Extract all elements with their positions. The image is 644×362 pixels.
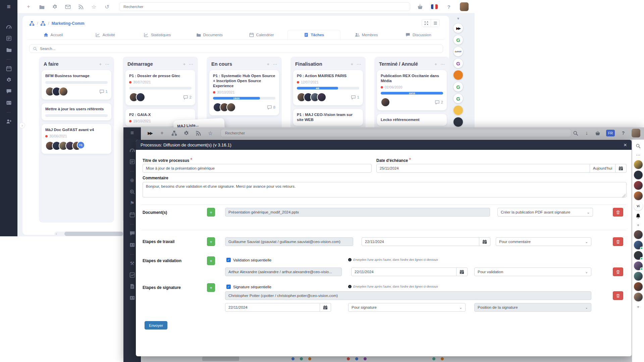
column-more-icon[interactable]: ⋯ <box>357 62 361 67</box>
rss-icon[interactable] <box>78 4 84 10</box>
sidebar-group-dots-icon[interactable]: ⋯ <box>7 110 11 115</box>
rail-more-icon[interactable]: ⋯ <box>634 151 643 159</box>
rail-avatar[interactable] <box>634 272 643 281</box>
breadcrumb-project[interactable]: Marketing-Comm <box>52 21 85 26</box>
travail-date-input[interactable] <box>362 237 479 246</box>
menu-toggle-icon[interactable]: ≡ <box>0 0 17 13</box>
add-document-button[interactable]: + <box>207 208 215 217</box>
delete-document-button[interactable] <box>613 208 623 217</box>
signature-sequential-checkbox[interactable]: ✓ <box>226 285 231 289</box>
column-more-icon[interactable]: ⋯ <box>440 62 445 67</box>
folder-icon[interactable] <box>39 4 45 10</box>
mail-icon[interactable] <box>65 4 71 10</box>
validation-sequential-checkbox[interactable]: ✓ <box>226 258 231 262</box>
sidebar-item-speech-icon[interactable] <box>5 88 12 95</box>
add-card-icon[interactable]: + <box>267 62 269 67</box>
column-more-icon[interactable]: ⋯ <box>105 62 109 67</box>
task-card[interactable]: P1 : MAJ CEO-Vision team sur site WEB <box>293 109 363 126</box>
travail-option-select[interactable]: Pour commentaire⌄ <box>496 237 591 246</box>
basket-icon[interactable] <box>417 4 423 10</box>
column-more-icon[interactable]: ⋯ <box>273 62 277 67</box>
task-card[interactable]: P1 : Dossier de presse Gtec30/07/20212 <box>125 70 195 105</box>
document-input[interactable] <box>225 208 490 217</box>
rail-avatar[interactable] <box>634 230 643 239</box>
validation-date-input[interactable] <box>351 267 457 276</box>
add-validation-button[interactable]: + <box>207 256 215 265</box>
user-avatar[interactable] <box>460 2 469 11</box>
tab-discussion[interactable]: Discussion <box>392 30 444 40</box>
sidebar-group-dots-icon[interactable]: ⋯ <box>7 57 11 62</box>
today-button[interactable]: Aujourd'hui <box>590 164 615 173</box>
tab-documents[interactable]: Documents <box>183 30 235 40</box>
signature-position-select[interactable]: Position de la signature⌄ <box>474 303 591 312</box>
tab-accueil[interactable]: Accueil <box>27 30 79 40</box>
scrollbar-thumb[interactable] <box>64 232 123 236</box>
sidebar-item-calendar-icon[interactable] <box>5 65 12 72</box>
task-card[interactable]: P1 : Systematic Hub Open Source + Inscri… <box>209 70 279 115</box>
travail-person-input[interactable] <box>225 237 353 246</box>
rail-avatar[interactable] <box>634 171 643 179</box>
global-search-input[interactable] <box>119 2 410 11</box>
gofast-logo[interactable]: GoFAST <box>453 47 463 56</box>
task-card[interactable]: Publication REX Occitanie dans Média02/0… <box>377 70 447 110</box>
card-comments[interactable]: 1 <box>99 89 108 94</box>
list-view-icon[interactable] <box>431 19 439 27</box>
textarea-resize-grip[interactable] <box>622 194 626 197</box>
gofast-space-green-2[interactable]: G <box>453 82 463 92</box>
plus-icon[interactable]: + <box>25 4 32 10</box>
card-comments[interactable]: 8 <box>267 105 275 110</box>
fast-forward-workspace[interactable]: ▶▶ <box>453 23 463 33</box>
tab-membres[interactable]: Membres <box>340 30 392 40</box>
add-card-icon[interactable]: + <box>351 62 353 67</box>
panel-expand-chevron[interactable]: › <box>19 122 25 128</box>
delete-signature-button[interactable] <box>613 291 623 300</box>
date-echeance-input[interactable] <box>376 164 590 173</box>
validation-option-select[interactable]: Pour validation⌄ <box>474 267 591 276</box>
sidebar-item-folder-icon[interactable] <box>5 46 12 53</box>
column-more-icon[interactable]: ⋯ <box>189 62 193 67</box>
signature-date-input[interactable] <box>225 303 320 312</box>
space-beer[interactable] <box>453 106 463 115</box>
tab-statistiques[interactable]: Statistiques <box>131 30 183 40</box>
gofast-space-green-3[interactable]: G <box>453 94 463 103</box>
signature-option-select[interactable]: Pour signature⌄ <box>348 303 466 312</box>
help-icon[interactable]: ? <box>446 4 452 10</box>
bell-icon[interactable] <box>634 212 643 220</box>
close-icon[interactable]: × <box>624 142 627 148</box>
star-icon[interactable]: ☆ <box>91 4 97 10</box>
add-card-icon[interactable]: + <box>434 62 437 67</box>
sidebar-item-peopleplus-icon[interactable] <box>5 118 12 125</box>
document-option-select[interactable]: Créer la publication PDF avant signature… <box>497 208 593 217</box>
sidebar-item-gear-icon[interactable] <box>5 76 12 83</box>
add-travail-button[interactable]: + <box>207 237 215 246</box>
envoyer-button[interactable]: Envoyer <box>145 321 167 329</box>
task-card[interactable]: P0 : Action MAIRIES PARIS12/07/20214/61 <box>293 70 363 105</box>
add-signature-button[interactable]: + <box>207 283 215 292</box>
calendar-icon[interactable] <box>320 303 331 312</box>
titre-input[interactable] <box>143 164 372 173</box>
rail-avatar[interactable] <box>634 293 643 301</box>
task-card[interactable]: BFM Business tournage1 <box>42 70 111 100</box>
gofast-space-purple[interactable]: G <box>453 59 463 68</box>
task-card[interactable]: MàJ Doc GoFAST avant v430/06/2021+1 <box>42 124 111 154</box>
rail-avatar[interactable] <box>634 282 643 291</box>
sidebar-item-gauge-icon[interactable] <box>5 23 12 30</box>
sidebar-item-card-icon[interactable] <box>5 99 12 106</box>
card-comments[interactable]: 2 <box>435 100 443 105</box>
rail-emoji-cake[interactable] <box>634 181 643 190</box>
tab-activité[interactable]: Activité <box>79 30 131 40</box>
expand-view-icon[interactable] <box>422 19 431 27</box>
board-search-input[interactable] <box>40 47 439 51</box>
sidebar-item-form-icon[interactable] <box>5 35 12 42</box>
delete-travail-button[interactable] <box>613 237 623 246</box>
more-assignees-badge[interactable]: +1 <box>77 141 85 149</box>
gear-icon[interactable] <box>52 4 58 10</box>
language-flag-fr[interactable] <box>431 4 438 9</box>
space-dark[interactable] <box>453 117 463 127</box>
calendar-icon[interactable] <box>479 237 490 246</box>
add-card-icon[interactable]: + <box>183 62 185 67</box>
rail-collapse-icon[interactable]: ▾ <box>457 16 459 21</box>
rail-emoji-chart[interactable] <box>634 191 643 200</box>
history-icon[interactable]: ↺ <box>104 4 110 10</box>
tab-calendrier[interactable]: Calendrier <box>235 30 287 40</box>
